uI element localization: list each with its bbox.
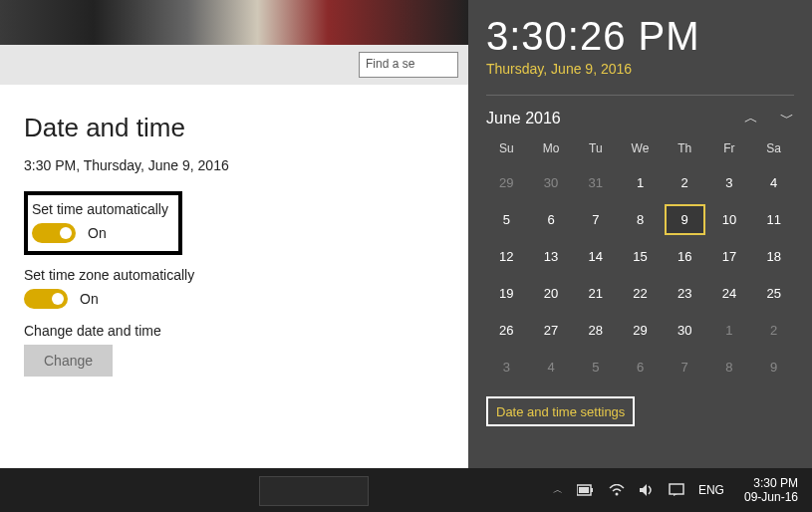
dow-header: Su bbox=[486, 141, 527, 161]
calendar-day[interactable]: 18 bbox=[753, 241, 794, 272]
date-time-settings-box: Date and time settings bbox=[486, 396, 635, 426]
calendar-day[interactable]: 28 bbox=[575, 315, 616, 346]
taskbar: ︿ ENG 3:30 PM 09-Jun-16 bbox=[0, 468, 812, 512]
page-title: Date and time bbox=[24, 113, 444, 143]
dow-header: Th bbox=[665, 141, 705, 161]
calendar-day[interactable]: 27 bbox=[531, 315, 572, 346]
calendar-day[interactable]: 12 bbox=[486, 241, 527, 272]
tray-overflow-icon[interactable]: ︿ bbox=[553, 483, 563, 497]
dow-header: Fr bbox=[709, 141, 750, 161]
calendar-day[interactable]: 30 bbox=[531, 167, 572, 198]
calendar-day[interactable]: 8 bbox=[620, 204, 661, 235]
calendar-day[interactable]: 25 bbox=[753, 278, 794, 309]
flyout-time: 3:30:26 PM bbox=[486, 14, 794, 59]
auto-tz-label: Set time zone automatically bbox=[24, 267, 444, 283]
header-banner bbox=[0, 0, 468, 45]
calendar-day[interactable]: 20 bbox=[531, 278, 572, 309]
calendar-day[interactable]: 26 bbox=[486, 315, 527, 346]
svg-point-3 bbox=[615, 493, 618, 496]
calendar-day[interactable]: 16 bbox=[665, 241, 705, 272]
language-indicator[interactable]: ENG bbox=[698, 483, 724, 497]
calendar-day[interactable]: 23 bbox=[665, 278, 705, 309]
settings-panel: Date and time 3:30 PM, Thursday, June 9,… bbox=[0, 85, 468, 418]
taskbar-date: 09-Jun-16 bbox=[744, 490, 798, 504]
prev-month-icon[interactable]: ︿ bbox=[744, 110, 758, 128]
calendar-day[interactable]: 21 bbox=[575, 278, 616, 309]
calendar-day[interactable]: 7 bbox=[665, 352, 705, 383]
auto-tz-toggle[interactable] bbox=[24, 289, 68, 309]
calendar-day[interactable]: 6 bbox=[531, 204, 572, 235]
search-bar: Find a se bbox=[0, 45, 468, 85]
next-month-icon[interactable]: ﹀ bbox=[780, 110, 794, 128]
flyout-date: Thursday, June 9, 2016 bbox=[486, 61, 794, 77]
calendar-day[interactable]: 29 bbox=[620, 315, 661, 346]
calendar-day[interactable]: 9 bbox=[753, 352, 794, 383]
calendar-grid: SuMoTuWeThFrSa29303112345678910111213141… bbox=[486, 141, 794, 383]
action-center-icon[interactable] bbox=[669, 483, 684, 497]
dow-header: Sa bbox=[753, 141, 794, 161]
calendar-day[interactable]: 7 bbox=[575, 204, 616, 235]
calendar-day[interactable]: 2 bbox=[753, 315, 794, 346]
calendar-day[interactable]: 8 bbox=[709, 352, 750, 383]
svg-marker-4 bbox=[640, 484, 647, 496]
calendar-day[interactable]: 13 bbox=[531, 241, 572, 272]
calendar-day[interactable]: 1 bbox=[709, 315, 750, 346]
auto-time-toggle[interactable] bbox=[32, 223, 76, 243]
change-datetime-label: Change date and time bbox=[24, 323, 444, 339]
svg-rect-1 bbox=[591, 488, 593, 492]
svg-rect-2 bbox=[579, 487, 589, 493]
calendar-day[interactable]: 10 bbox=[709, 204, 750, 235]
calendar-day[interactable]: 22 bbox=[620, 278, 661, 309]
clock-flyout: 3:30:26 PM Thursday, June 9, 2016 June 2… bbox=[468, 0, 812, 468]
volume-icon[interactable] bbox=[639, 483, 655, 497]
taskbar-app-button[interactable] bbox=[259, 476, 369, 506]
calendar-day[interactable]: 11 bbox=[753, 204, 794, 235]
calendar-day[interactable]: 1 bbox=[620, 167, 661, 198]
month-label[interactable]: June 2016 bbox=[486, 110, 561, 128]
calendar-day[interactable]: 2 bbox=[665, 167, 705, 198]
svg-rect-5 bbox=[670, 484, 683, 494]
wifi-icon[interactable] bbox=[609, 484, 625, 496]
calendar-day[interactable]: 4 bbox=[753, 167, 794, 198]
calendar-day[interactable]: 17 bbox=[709, 241, 750, 272]
calendar-day[interactable]: 3 bbox=[709, 167, 750, 198]
taskbar-time: 3:30 PM bbox=[744, 476, 798, 490]
search-input[interactable]: Find a se bbox=[359, 52, 458, 78]
calendar-day[interactable]: 29 bbox=[486, 167, 527, 198]
auto-tz-state: On bbox=[80, 291, 99, 307]
current-datetime: 3:30 PM, Thursday, June 9, 2016 bbox=[24, 157, 444, 173]
auto-time-label: Set time automatically bbox=[32, 201, 168, 217]
calendar-day[interactable]: 6 bbox=[620, 352, 661, 383]
calendar-day-today[interactable]: 9 bbox=[665, 204, 705, 235]
callout-auto-time: Set time automatically On bbox=[24, 191, 182, 255]
calendar-day[interactable]: 4 bbox=[531, 352, 572, 383]
dow-header: Mo bbox=[531, 141, 572, 161]
calendar-day[interactable]: 14 bbox=[575, 241, 616, 272]
calendar-day[interactable]: 3 bbox=[486, 352, 527, 383]
calendar-day[interactable]: 24 bbox=[709, 278, 750, 309]
auto-time-state: On bbox=[88, 225, 107, 241]
calendar-day[interactable]: 5 bbox=[575, 352, 616, 383]
battery-icon[interactable] bbox=[577, 484, 595, 496]
dow-header: Tu bbox=[575, 141, 616, 161]
calendar-day[interactable]: 30 bbox=[665, 315, 705, 346]
date-time-settings-link[interactable]: Date and time settings bbox=[496, 404, 625, 419]
calendar-day[interactable]: 15 bbox=[620, 241, 661, 272]
calendar-day[interactable]: 5 bbox=[486, 204, 527, 235]
taskbar-clock[interactable]: 3:30 PM 09-Jun-16 bbox=[738, 474, 804, 507]
calendar-day[interactable]: 31 bbox=[575, 167, 616, 198]
change-button[interactable]: Change bbox=[24, 345, 113, 377]
calendar-day[interactable]: 19 bbox=[486, 278, 527, 309]
dow-header: We bbox=[620, 141, 661, 161]
